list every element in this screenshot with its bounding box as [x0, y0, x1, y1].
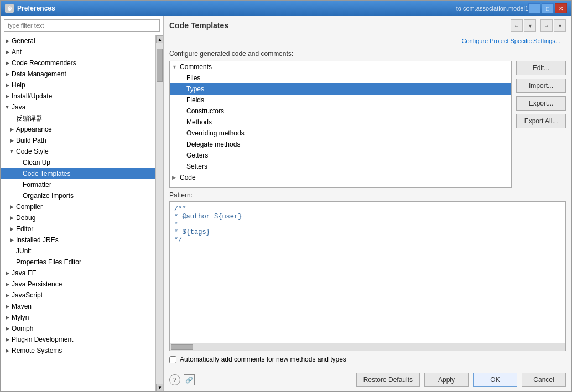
sidebar-item-debug[interactable]: ▶ Debug [1, 212, 155, 223]
code-tree-item-constructors[interactable]: Constructors [170, 106, 511, 117]
cancel-button[interactable]: Cancel [522, 373, 566, 387]
scroll-track[interactable] [156, 43, 163, 384]
help-icon[interactable]: ? [169, 374, 180, 385]
sidebar-item-label: Oomph [12, 325, 33, 332]
sidebar-item-clean-up[interactable]: Clean Up [1, 157, 155, 168]
code-tree-label: Setters [186, 163, 207, 170]
toggle-icon: ▶ [3, 48, 12, 56]
sidebar-item-code-templates[interactable]: Code Templates [1, 168, 155, 179]
sidebar-item-label: Ant [12, 48, 22, 56]
export-all-button[interactable]: Export All... [516, 114, 566, 128]
scroll-down-button[interactable]: ▼ [156, 384, 163, 391]
sidebar-item-data-management[interactable]: ▶ Data Management [1, 69, 155, 80]
scroll-up-button[interactable]: ▲ [156, 35, 163, 43]
sidebar-item-properties-files-editor[interactable]: Properties Files Editor [1, 257, 155, 268]
horizontal-scrollbar[interactable] [170, 343, 565, 351]
sidebar-item-label: Remote Systems [12, 347, 62, 354]
pattern-line: */ [174, 236, 561, 244]
toggle-icon [14, 180, 23, 189]
sidebar-item-label: Java EE [12, 269, 37, 277]
close-button[interactable]: ✕ [555, 3, 567, 13]
sidebar-item-remote-systems[interactable]: ▶ Remote Systems [1, 345, 155, 356]
code-tree-item-fields[interactable]: Fields [170, 95, 511, 106]
left-scrollbar[interactable]: ▲ ▼ [155, 35, 163, 391]
sidebar-item-installed-jres[interactable]: ▶ Installed JREs [1, 234, 155, 245]
footer-left: ? 🔗 [169, 374, 195, 385]
code-tree: ▼ Comments Files Types [169, 61, 512, 188]
code-tree-item-code[interactable]: ▶ Code [170, 172, 511, 183]
sidebar-item-compiler-cn[interactable]: 反编译器 [1, 113, 155, 124]
window-title: Preferences [17, 4, 452, 12]
sidebar-item-java-persistence[interactable]: ▶ Java Persistence [1, 279, 155, 290]
sidebar-item-compiler[interactable]: ▶ Compiler [1, 201, 155, 212]
minimize-button[interactable]: – [528, 3, 540, 13]
toggle-icon: ▶ [3, 81, 12, 90]
sidebar-item-label: Editor [16, 225, 33, 233]
sidebar-item-install-update[interactable]: ▶ Install/Update [1, 91, 155, 102]
title-bar: ⚙ Preferences to com.association.model1 … [1, 1, 571, 16]
sidebar-item-label: Debug [16, 214, 35, 222]
sidebar-item-label: Code Templates [23, 170, 71, 177]
maximize-button[interactable]: □ [542, 3, 554, 13]
sidebar-item-label: Java Persistence [12, 280, 62, 288]
window-icon: ⚙ [5, 4, 14, 13]
back-dropdown-button[interactable]: ▾ [524, 19, 536, 32]
sidebar-item-oomph[interactable]: ▶ Oomph [1, 323, 155, 334]
edit-button[interactable]: Edit... [516, 61, 566, 75]
configure-description: Configure generated code and comments: [164, 48, 571, 61]
sidebar-item-ant[interactable]: ▶ Ant [1, 46, 155, 58]
configure-project-link[interactable]: Configure Project Specific Settings... [456, 35, 566, 46]
restore-defaults-button[interactable]: Restore Defaults [356, 373, 420, 387]
sidebar-item-help[interactable]: ▶ Help [1, 80, 155, 91]
forward-dropdown-button[interactable]: ▾ [554, 19, 566, 32]
code-tree-item-types[interactable]: Types [170, 83, 511, 95]
sidebar-item-editor[interactable]: ▶ Editor [1, 223, 155, 234]
sidebar-item-plug-in-development[interactable]: ▶ Plug-in Development [1, 334, 155, 345]
code-tree-item-delegate-methods[interactable]: Delegate methods [170, 139, 511, 150]
code-tree-item-files[interactable]: Files [170, 72, 511, 83]
sidebar-item-label: Plug-in Development [12, 336, 73, 343]
sidebar-item-label: Formatter [23, 181, 51, 189]
code-tree-item-setters[interactable]: Setters [170, 161, 511, 172]
search-input[interactable] [4, 19, 160, 32]
sidebar-item-java-ee[interactable]: ▶ Java EE [1, 268, 155, 279]
code-tree-item-getters[interactable]: Getters [170, 150, 511, 161]
auto-comments-checkbox[interactable] [169, 356, 176, 363]
forward-button[interactable]: → [540, 19, 553, 32]
sidebar-item-appearance[interactable]: ▶ Appearance [1, 124, 155, 135]
window-subtitle: to com.association.model1 [456, 5, 528, 12]
sidebar-item-general[interactable]: ▶ General [1, 35, 155, 46]
code-tree-item-methods[interactable]: Methods [170, 117, 511, 128]
sidebar-item-label: Code Recommenders [12, 59, 76, 67]
sidebar-item-java[interactable]: ▼ Java [1, 102, 155, 113]
code-tree-item-comments[interactable]: ▼ Comments [170, 61, 511, 72]
toggle-icon: ▶ [7, 224, 16, 233]
back-button[interactable]: ← [511, 19, 523, 32]
sidebar-item-build-path[interactable]: ▶ Build Path [1, 135, 155, 146]
export-button[interactable]: Export... [516, 96, 566, 111]
scroll-track[interactable] [170, 344, 565, 351]
ok-button[interactable]: OK [473, 373, 517, 387]
sidebar-item-label: Appearance [16, 126, 52, 133]
sidebar-item-code-style[interactable]: ▼ Code Style [1, 146, 155, 157]
sidebar-item-label: Maven [12, 302, 32, 310]
sidebar-item-maven[interactable]: ▶ Maven [1, 301, 155, 312]
sidebar-item-code-recommenders[interactable]: ▶ Code Recommenders [1, 58, 155, 69]
pattern-line: * @author ${user} [174, 213, 561, 221]
scroll-thumb[interactable] [157, 49, 163, 82]
sidebar-item-mylyn[interactable]: ▶ Mylyn [1, 312, 155, 323]
sidebar-item-label: Mylyn [12, 313, 29, 321]
footer-right: Restore Defaults Apply OK Cancel [356, 373, 566, 387]
scroll-thumb[interactable] [171, 344, 193, 350]
apply-button[interactable]: Apply [424, 373, 469, 387]
toggle-icon: ▶ [3, 59, 12, 67]
code-tree-item-overriding-methods[interactable]: Overriding methods [170, 128, 511, 139]
sidebar-item-formatter[interactable]: Formatter [1, 179, 155, 190]
sidebar-item-organize-imports[interactable]: Organize Imports [1, 190, 155, 201]
sidebar-item-label: Properties Files Editor [16, 258, 81, 266]
import-button[interactable]: Import... [516, 79, 566, 93]
sidebar-item-javascript[interactable]: ▶ JavaScript [1, 290, 155, 301]
link-icon[interactable]: 🔗 [184, 374, 195, 385]
sidebar-item-junit[interactable]: JUnit [1, 245, 155, 257]
toggle-icon: ▶ [3, 269, 12, 278]
